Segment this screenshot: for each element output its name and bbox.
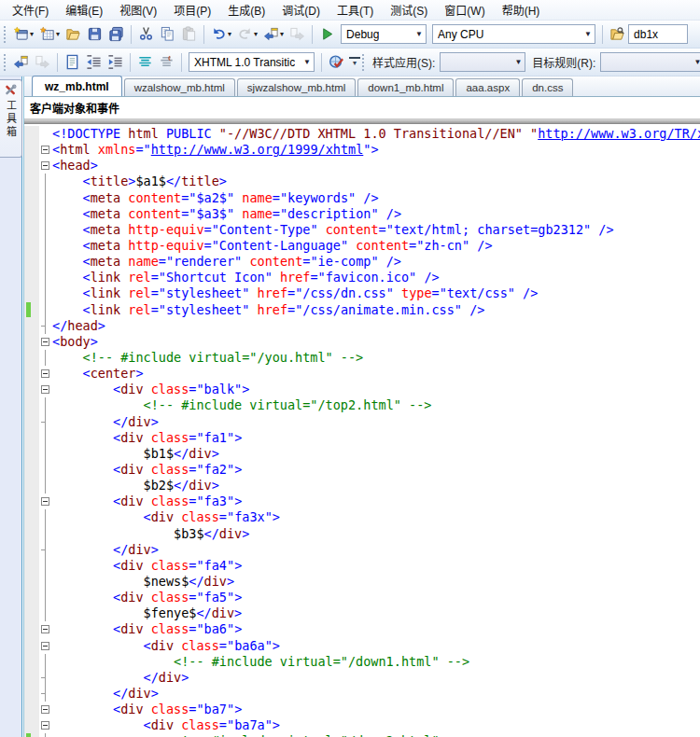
solution-configurations-combo[interactable]: Debug▼ bbox=[341, 24, 427, 44]
tab-wzalshow-mb-html[interactable]: wzalshow_mb.html bbox=[124, 78, 235, 96]
code-text[interactable]: <head> bbox=[52, 158, 700, 174]
chevron-down-icon[interactable]: ▼ bbox=[691, 58, 700, 66]
open-file-icon[interactable] bbox=[63, 24, 84, 45]
code-text[interactable]: <meta name="renderer" content="ie-comp" … bbox=[52, 254, 700, 270]
fold-collapse-box[interactable] bbox=[39, 382, 52, 397]
code-text[interactable]: <center> bbox=[52, 366, 700, 382]
code-text[interactable]: <div class="ba7a"> bbox=[52, 717, 700, 733]
undo-icon-dropdown[interactable]: ▾ bbox=[228, 30, 231, 38]
code-text[interactable]: <meta content="$a3$" name="description" … bbox=[52, 206, 700, 222]
code-text[interactable]: <!-- #include virtual="/top2.html" --> bbox=[52, 397, 700, 413]
code-text[interactable]: <!-- #include virtual="/down1.html" --> bbox=[52, 654, 700, 670]
menu-project[interactable]: 项目(P) bbox=[165, 0, 219, 21]
tab-wz-mb-html[interactable]: wz_mb.html bbox=[32, 76, 122, 96]
code-text[interactable]: <div class="ba6a"> bbox=[52, 638, 700, 654]
fold-collapse-box[interactable] bbox=[39, 702, 52, 717]
tab-dn-css[interactable]: dn.css bbox=[522, 78, 573, 96]
navigate-backward-icon-dropdown[interactable]: ▾ bbox=[280, 30, 284, 38]
start-debugging-icon[interactable] bbox=[316, 24, 338, 45]
increase-indent-icon[interactable] bbox=[105, 52, 126, 73]
menu-test[interactable]: 测试(S) bbox=[382, 0, 436, 21]
code-text[interactable]: <div class="fa4"> bbox=[52, 558, 700, 574]
code-text[interactable]: <!DOCTYPE html PUBLIC "-//W3C//DTD XHTML… bbox=[52, 126, 700, 142]
code-text[interactable]: <body> bbox=[52, 334, 700, 350]
code-text[interactable]: <div class="fa5"> bbox=[52, 590, 700, 605]
code-text[interactable]: $b3$</div> bbox=[52, 526, 700, 542]
code-text[interactable]: <div class="ba7"> bbox=[52, 702, 700, 717]
code-text[interactable]: <link rel="stylesheet" href="/css/dn.css… bbox=[52, 285, 700, 301]
code-text[interactable]: <div class="fa3"> bbox=[52, 494, 700, 509]
copy-icon[interactable] bbox=[157, 24, 178, 45]
menu-window[interactable]: 窗口(W) bbox=[436, 0, 493, 21]
paste-icon[interactable] bbox=[178, 24, 200, 45]
fold-collapse-box[interactable] bbox=[39, 366, 52, 382]
check-page-validity-icon[interactable] bbox=[326, 52, 347, 73]
solution-platforms-combo[interactable]: Any CPU▼ bbox=[432, 24, 595, 44]
code-text[interactable]: </head> bbox=[52, 318, 700, 334]
code-text[interactable]: </div> bbox=[52, 542, 700, 558]
code-text[interactable]: $b2$</div> bbox=[52, 478, 700, 494]
fold-collapse-box[interactable] bbox=[39, 638, 52, 654]
new-project-icon[interactable] bbox=[10, 24, 32, 45]
code-text[interactable]: <link rel="stylesheet" href="/css/animat… bbox=[52, 302, 700, 318]
code-text[interactable]: <title>$a1$</title> bbox=[52, 174, 700, 189]
fold-collapse-box[interactable] bbox=[39, 494, 52, 509]
fold-collapse-box[interactable] bbox=[39, 717, 52, 733]
navigate-forward-icon[interactable] bbox=[32, 52, 53, 73]
fold-collapse-box[interactable] bbox=[39, 142, 52, 158]
toolbar-grip[interactable] bbox=[4, 26, 7, 43]
find-in-files-icon[interactable] bbox=[607, 24, 628, 45]
code-text[interactable]: <link rel="Shortcut Icon" href="favicon.… bbox=[52, 270, 700, 285]
code-editor[interactable]: <!DOCTYPE html PUBLIC "-//W3C//DTD XHTML… bbox=[24, 124, 700, 737]
code-text[interactable]: <meta http-equiv="Content-Type" content=… bbox=[52, 222, 700, 238]
code-text[interactable]: </div> bbox=[52, 670, 700, 686]
code-text[interactable]: <div class="fa3x"> bbox=[52, 509, 700, 525]
code-text[interactable]: $b1$</div> bbox=[52, 446, 700, 462]
cut-icon[interactable] bbox=[135, 24, 157, 45]
undo-icon[interactable] bbox=[208, 24, 230, 45]
code-text[interactable]: </div> bbox=[52, 686, 700, 702]
toolbar-options-icon[interactable]: ▾ bbox=[349, 57, 360, 67]
save-icon[interactable] bbox=[84, 24, 105, 45]
tab-down1-mb-html[interactable]: down1_mb.html bbox=[357, 78, 454, 96]
code-text[interactable]: <!-- #include virtual="/down2.html" --> bbox=[52, 733, 700, 737]
fold-collapse-box[interactable] bbox=[39, 621, 52, 637]
code-text[interactable]: <div class="balk"> bbox=[52, 382, 700, 397]
fold-collapse-box[interactable] bbox=[39, 158, 52, 174]
save-all-icon[interactable] bbox=[105, 24, 127, 45]
menu-tools[interactable]: 工具(T) bbox=[329, 0, 382, 21]
navigate-forward-icon[interactable] bbox=[287, 24, 308, 45]
menu-file[interactable]: 文件(F) bbox=[4, 0, 57, 21]
navigate-backward-icon[interactable] bbox=[10, 52, 32, 73]
menu-view[interactable]: 视图(V) bbox=[111, 0, 165, 21]
menu-help[interactable]: 帮助(H) bbox=[494, 0, 549, 21]
code-text[interactable]: $fenye$</div> bbox=[52, 605, 700, 621]
target-rule-combo[interactable]: ▼ bbox=[600, 52, 700, 72]
menu-build[interactable]: 生成(B) bbox=[219, 0, 273, 21]
new-project-icon-dropdown[interactable]: ▾ bbox=[30, 30, 34, 38]
toolbar-grip[interactable] bbox=[362, 54, 365, 71]
decrease-indent-icon[interactable] bbox=[83, 52, 105, 73]
redo-icon[interactable] bbox=[234, 24, 256, 45]
chevron-down-icon[interactable]: ▼ bbox=[511, 58, 525, 66]
chevron-down-icon[interactable]: ▼ bbox=[301, 58, 314, 66]
format-selection-icon[interactable] bbox=[156, 52, 177, 73]
menu-edit[interactable]: 编辑(E) bbox=[57, 0, 111, 21]
find-box[interactable] bbox=[628, 24, 688, 44]
code-text[interactable]: <div class="ba6"> bbox=[52, 621, 700, 637]
chevron-down-icon[interactable]: ▼ bbox=[581, 30, 595, 38]
schema-validation-combo[interactable]: XHTML 1.0 Transitic▼ bbox=[189, 52, 315, 72]
code-text[interactable]: <meta http-equiv="Content-Language" cont… bbox=[52, 238, 700, 254]
code-text[interactable]: </div> bbox=[52, 414, 700, 430]
chevron-down-icon[interactable]: ▼ bbox=[413, 30, 426, 38]
style-apply-combo[interactable]: ▼ bbox=[440, 52, 525, 72]
document-outline-icon[interactable] bbox=[62, 52, 83, 73]
fold-collapse-box[interactable] bbox=[39, 334, 52, 350]
tab-aaa-aspx[interactable]: aaa.aspx bbox=[455, 78, 520, 96]
menu-debug[interactable]: 调试(D) bbox=[273, 0, 329, 21]
code-text[interactable]: <!-- #include virtual="/you.html" --> bbox=[52, 350, 700, 366]
toolbar-grip[interactable] bbox=[4, 54, 7, 71]
code-text[interactable]: <meta content="$a2$" name="keywords" /> bbox=[52, 190, 700, 206]
code-text[interactable]: <div class="fa1"> bbox=[52, 430, 700, 446]
toolbox-tab[interactable]: 工具箱 bbox=[0, 79, 22, 158]
